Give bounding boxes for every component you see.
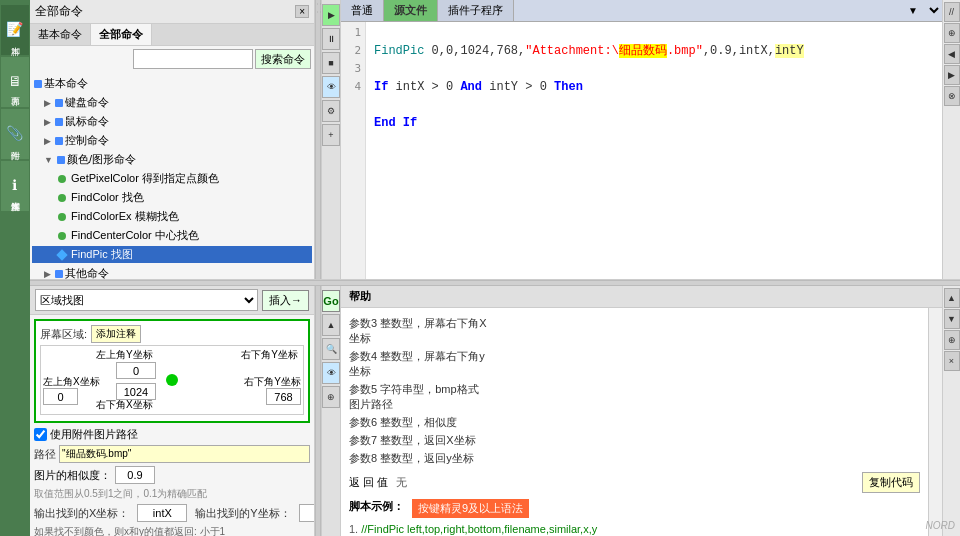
command-panel-title: 全部命令 bbox=[35, 3, 83, 20]
command-panel: 全部命令 × 基本命令 全部命令 搜索命令 基本命令 bbox=[30, 0, 315, 279]
add-button[interactable]: + bbox=[322, 124, 340, 146]
tree-mouse[interactable]: ▶ 鼠标命令 bbox=[32, 112, 312, 131]
run-button[interactable]: ▶ bbox=[322, 4, 340, 26]
help-param-6: 参数6 整数型，相似度 bbox=[349, 415, 920, 430]
tab-normal[interactable]: 普通 bbox=[341, 0, 384, 21]
tree-basic[interactable]: 基本命令 bbox=[32, 74, 312, 93]
search-bar: 搜索命令 bbox=[30, 46, 314, 72]
bry-input[interactable] bbox=[266, 388, 301, 405]
help-content: 参数3 整数型，屏幕右下角X坐标 参数4 整数型，屏幕右下角y坐标 参数5 字符… bbox=[341, 308, 928, 536]
return-row: 返 回 值 无 复制代码 bbox=[349, 472, 920, 493]
tb-plus[interactable]: ⊕ bbox=[322, 386, 340, 408]
dot-findcolorex bbox=[58, 213, 66, 221]
tab-all[interactable]: 全部命令 bbox=[91, 24, 152, 45]
help-param-8: 参数8 整数型，返回y坐标 bbox=[349, 451, 920, 466]
sidebar-item-script[interactable]: 📝 脚本 bbox=[1, 5, 29, 55]
param-7-text: 参数7 整数型，返回X坐标 bbox=[349, 433, 489, 448]
command-tabs: 基本命令 全部命令 bbox=[30, 24, 314, 46]
use-attachment-checkbox[interactable] bbox=[34, 428, 47, 441]
region-label: 屏幕区域: bbox=[40, 327, 87, 342]
output-x-label: 输出找到的X坐标： bbox=[34, 506, 129, 521]
output-x-input[interactable] bbox=[137, 504, 187, 522]
code-editor: 1 2 3 4 FindPic 0,0,1024,768,"Attachment… bbox=[341, 22, 942, 279]
syntax-warning: 按键精灵9及以上语法 bbox=[412, 499, 529, 518]
folder-icon-other bbox=[55, 270, 63, 278]
example-item-1: 1. //FindPic left,top,right,bottom,filen… bbox=[349, 522, 920, 536]
go-button[interactable]: Go bbox=[322, 290, 340, 312]
rt-btn-5[interactable]: ⊗ bbox=[944, 86, 960, 106]
tree-label-control: 控制命令 bbox=[65, 133, 109, 148]
rt-btn-3[interactable]: ◀ bbox=[944, 44, 960, 64]
tlx-label: 左上角X坐标 bbox=[43, 376, 100, 388]
tree-keyboard[interactable]: ▶ 键盘命令 bbox=[32, 93, 312, 112]
tree-label-keyboard: 键盘命令 bbox=[65, 95, 109, 110]
tb-search[interactable]: 🔍 bbox=[322, 338, 340, 360]
pause-button[interactable]: ⏸ bbox=[322, 28, 340, 50]
tly-input[interactable] bbox=[116, 362, 156, 379]
params-select[interactable]: 区域找图 bbox=[35, 289, 258, 311]
code-content[interactable]: FindPic 0,0,1024,768,"Attachment:\细品数码.b… bbox=[366, 22, 942, 279]
brt-1[interactable]: ▲ bbox=[944, 288, 960, 308]
param-4-text: 参数4 整数型，屏幕右下角y坐标 bbox=[349, 349, 489, 379]
param-5-text: 参数5 字符串型，bmp格式图片路径 bbox=[349, 382, 489, 412]
stop-button[interactable]: ■ bbox=[322, 52, 340, 74]
region-title: 屏幕区域: 添加注释 bbox=[40, 325, 304, 343]
help-header: 帮助 bbox=[341, 286, 942, 308]
arrow-keyboard: ▶ bbox=[44, 98, 51, 108]
help-param-5: 参数5 字符串型，bmp格式图片路径 bbox=[349, 382, 920, 412]
tlx-input[interactable] bbox=[43, 388, 78, 405]
tree-findpic[interactable]: FindPic 找图 bbox=[32, 245, 312, 264]
help-scrollbar[interactable] bbox=[928, 308, 942, 536]
folder-icon-basic bbox=[34, 80, 42, 88]
tab-subprogram[interactable]: 插件子程序 bbox=[438, 0, 514, 21]
sidebar-item-attachment[interactable]: 📎 附件 bbox=[1, 109, 29, 159]
tab-source[interactable]: 源文件 bbox=[384, 0, 438, 21]
tb-eye[interactable]: 👁 bbox=[322, 362, 340, 384]
right-toolbar: // ⊕ ◀ ▶ ⊗ bbox=[942, 0, 960, 279]
add-comment-btn[interactable]: 添加注释 bbox=[91, 325, 141, 343]
rt-btn-4[interactable]: ▶ bbox=[944, 65, 960, 85]
similarity-label: 图片的相似度： bbox=[34, 468, 111, 483]
similarity-input[interactable] bbox=[115, 466, 155, 484]
search-button[interactable]: 搜索命令 bbox=[255, 49, 311, 69]
tree-findcolorex[interactable]: FindColorEx 模糊找色 bbox=[32, 207, 312, 226]
eye-button[interactable]: 👁 bbox=[322, 76, 340, 98]
tree-findcolor[interactable]: FindColor 找色 bbox=[32, 188, 312, 207]
panel-close-btn[interactable]: × bbox=[295, 5, 309, 18]
sidebar-item-interface[interactable]: 🖥 界面 bbox=[1, 57, 29, 107]
params-panel: 区域找图 插入→ 屏幕区域: 添加注释 bbox=[30, 286, 315, 536]
sidebar-item-properties[interactable]: ℹ 脚本属性 bbox=[1, 161, 29, 211]
main-area: 全部命令 × 基本命令 全部命令 搜索命令 基本命令 bbox=[30, 0, 960, 536]
path-label: 路径 bbox=[34, 447, 56, 462]
dot-getpixel bbox=[58, 175, 66, 183]
use-attachment-label: 使用附件图片路径 bbox=[50, 427, 138, 442]
tree-getpixel[interactable]: GetPixelColor 得到指定点颜色 bbox=[32, 169, 312, 188]
output-y-input[interactable] bbox=[299, 504, 314, 522]
rt-btn-2[interactable]: ⊕ bbox=[944, 23, 960, 43]
tree-color[interactable]: ▼ 颜色/图形命令 bbox=[32, 150, 312, 169]
tb-up[interactable]: ▲ bbox=[322, 314, 340, 336]
example-header: 脚本示例： 按键精灵9及以上语法 bbox=[349, 499, 920, 518]
tab-dropdown[interactable]: ▼ bbox=[896, 2, 942, 19]
tree-other[interactable]: ▶ 其他命令 bbox=[32, 264, 312, 279]
code-line-4 bbox=[374, 150, 934, 168]
tree-label-mouse: 鼠标命令 bbox=[65, 114, 109, 129]
brt-3[interactable]: ⊕ bbox=[944, 330, 960, 350]
rt-btn-1[interactable]: // bbox=[944, 2, 960, 22]
path-input[interactable] bbox=[59, 445, 310, 463]
center-marker bbox=[166, 374, 178, 386]
brt-2[interactable]: ▼ bbox=[944, 309, 960, 329]
command-tree: 基本命令 ▶ 键盘命令 ▶ bbox=[30, 72, 314, 279]
tab-basic[interactable]: 基本命令 bbox=[30, 24, 91, 45]
settings-button[interactable]: ⚙ bbox=[322, 100, 340, 122]
copy-code-button[interactable]: 复制代码 bbox=[862, 472, 920, 493]
brt-4[interactable]: × bbox=[944, 351, 960, 371]
tree-control[interactable]: ▶ 控制命令 bbox=[32, 131, 312, 150]
insert-button[interactable]: 插入→ bbox=[262, 290, 309, 311]
bottom-panel: 区域找图 插入→ 屏幕区域: 添加注释 bbox=[30, 286, 960, 536]
help-content-wrap: 参数3 整数型，屏幕右下角X坐标 参数4 整数型，屏幕右下角y坐标 参数5 字符… bbox=[341, 308, 942, 536]
tree-label-findcolor: FindColor 找色 bbox=[71, 190, 144, 205]
tree-findcentercolor[interactable]: FindCenterColor 中心找色 bbox=[32, 226, 312, 245]
brx-input[interactable] bbox=[116, 383, 156, 400]
search-input[interactable] bbox=[133, 49, 253, 69]
